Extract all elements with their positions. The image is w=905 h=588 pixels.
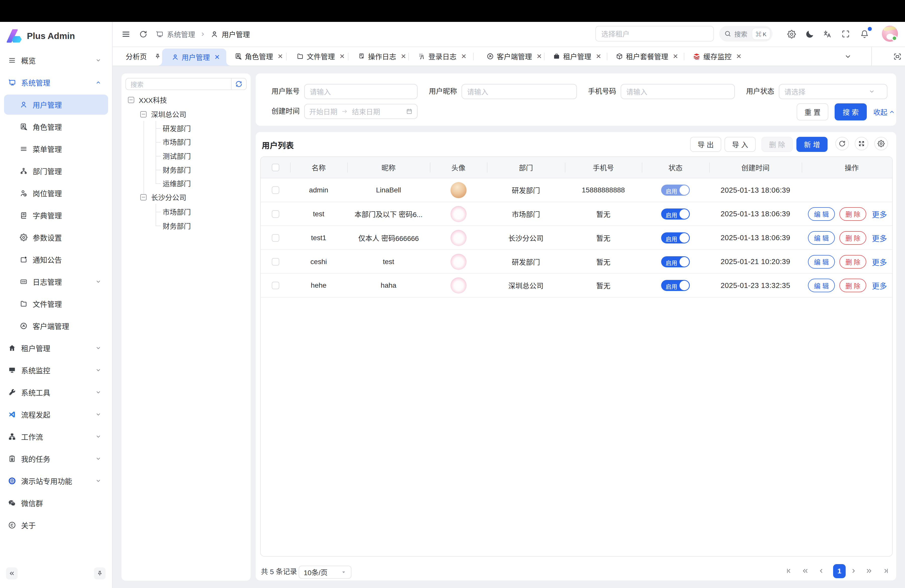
svg-text:redis: redis [695, 58, 699, 60]
